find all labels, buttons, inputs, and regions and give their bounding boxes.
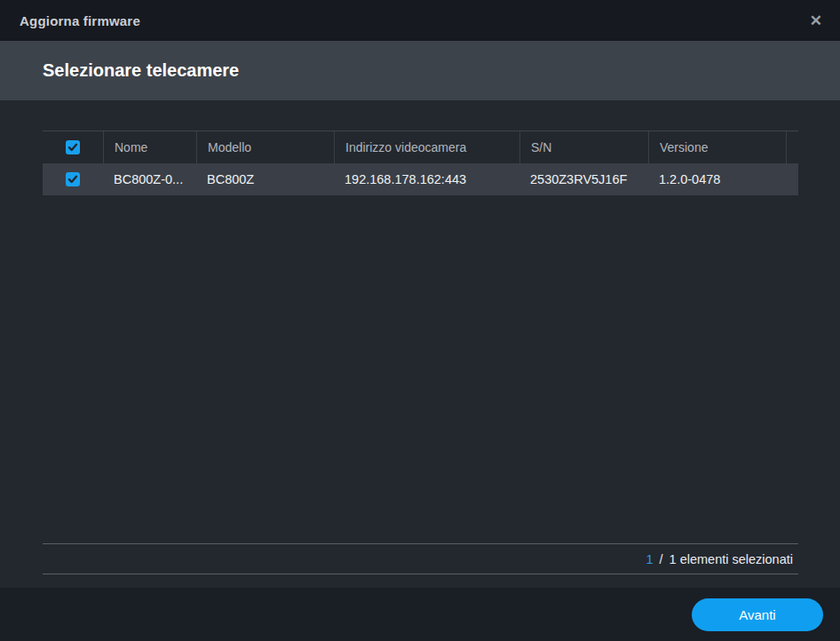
checkmark-icon xyxy=(67,142,78,153)
table-header-row: Nome Modello Indirizzo videocamera S/N V… xyxy=(43,131,798,163)
row-cell-spacer xyxy=(786,163,798,195)
selection-count-text: 1 elementi selezionati xyxy=(670,552,793,566)
next-button[interactable]: Avanti xyxy=(692,598,823,631)
page-number-link[interactable]: 1 xyxy=(646,552,653,566)
column-header-address[interactable]: Indirizzo videocamera xyxy=(334,131,519,163)
page-title: Selezionare telecamere xyxy=(0,60,239,81)
row-checkbox[interactable] xyxy=(66,172,80,186)
row-cell-serial: 2530Z3RV5J16F xyxy=(519,163,648,195)
close-icon[interactable]: ✕ xyxy=(810,13,822,28)
column-header-model[interactable]: Modello xyxy=(196,131,334,163)
select-all-checkbox[interactable] xyxy=(66,140,80,154)
camera-table: Nome Modello Indirizzo videocamera S/N V… xyxy=(43,131,798,195)
checkmark-icon xyxy=(67,174,78,185)
pagination-separator: / xyxy=(660,552,663,566)
row-cell-address: 192.168.178.162:443 xyxy=(334,163,519,195)
dialog-titlebar: Aggiorna firmware ✕ xyxy=(0,0,840,41)
dialog-footer: Avanti xyxy=(0,588,840,641)
column-header-spacer xyxy=(786,131,798,163)
dialog-title: Aggiorna firmware xyxy=(0,13,140,28)
row-cell-model: BC800Z xyxy=(196,163,334,195)
table-row[interactable]: BC800Z-0... BC800Z 192.168.178.162:443 2… xyxy=(43,163,798,195)
column-header-version[interactable]: Versione xyxy=(648,131,786,163)
row-cell-name: BC800Z-0... xyxy=(103,163,196,195)
dialog-subheader: Selezionare telecamere xyxy=(0,41,840,100)
pagination-bar: 1 / 1 elementi selezionati xyxy=(43,543,798,574)
row-checkbox-cell xyxy=(43,163,103,195)
row-cell-version: 1.2.0-0478 xyxy=(648,163,786,195)
column-header-name[interactable]: Nome xyxy=(103,131,196,163)
table-header-checkbox-cell xyxy=(43,131,103,163)
column-header-serial[interactable]: S/N xyxy=(519,131,648,163)
update-firmware-dialog: Aggiorna firmware ✕ Selezionare telecame… xyxy=(0,0,840,641)
